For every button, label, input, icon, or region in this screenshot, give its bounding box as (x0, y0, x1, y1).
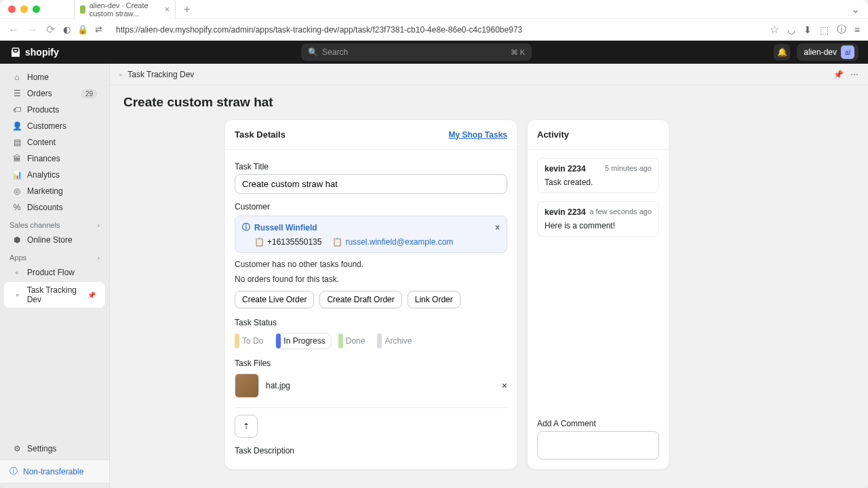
reload-button[interactable]: ⟳ (46, 23, 55, 36)
clipboard-icon[interactable]: 📋 (254, 237, 264, 247)
card-title: Activity (537, 129, 569, 140)
activity-time: 5 minutes ago (605, 164, 652, 174)
shield-icon[interactable]: ◐ (63, 24, 71, 35)
back-button[interactable]: ← (8, 24, 19, 36)
customer-card: ⓘ Russell Winfield × 📋+16135550135 📋russ… (235, 216, 507, 253)
sidebar-item-products[interactable]: 🏷Products (3, 102, 106, 118)
sidebar: ⌂Home ☰Orders29 🏷Products 👤Customers ▤Co… (0, 64, 110, 488)
create-live-order-button[interactable]: Create Live Order (235, 291, 314, 308)
status-archive[interactable]: Archive (377, 333, 417, 349)
activity-user: kevin 2234 (545, 164, 586, 174)
breadcrumb-app[interactable]: Task Tracking Dev (127, 70, 194, 79)
file-thumbnail[interactable] (235, 373, 259, 398)
shopify-bag-icon (9, 46, 22, 58)
non-transferable-notice[interactable]: ⓘNon-transferable (0, 460, 109, 483)
store-menu[interactable]: alien-dev al (797, 43, 859, 61)
status-todo[interactable]: To Do (235, 333, 269, 349)
target-icon: ◎ (12, 186, 22, 196)
url-field[interactable]: https://alien-dev.myshopify.com/admin/ap… (111, 25, 762, 35)
card-title: Task Details (235, 129, 285, 140)
info-icon: ⓘ (242, 222, 250, 233)
add-comment-label: Add A Comment (537, 419, 659, 428)
search-icon: 🔍 (308, 47, 318, 57)
customer-email[interactable]: russel.winfield@example.com (345, 237, 453, 247)
app-icon: ▫ (12, 268, 22, 277)
activity-item: kevin 22345 minutes ago Task created. (537, 158, 659, 193)
bell-icon: 🔔 (777, 47, 787, 57)
extensions-icon[interactable]: ⬚ (820, 24, 829, 35)
sidebar-item-settings[interactable]: ⚙Settings (3, 441, 106, 457)
account-icon[interactable]: ⓘ (837, 24, 846, 36)
sidebar-item-home[interactable]: ⌂Home (3, 69, 106, 85)
downloads-icon[interactable]: ⬇ (804, 24, 812, 35)
avatar: al (841, 45, 854, 59)
permissions-icon[interactable]: ⇄ (95, 24, 102, 35)
chevron-right-icon: › (98, 254, 100, 262)
upload-file-button[interactable]: ⇡ (235, 415, 258, 438)
breadcrumb: ▫ Task Tracking Dev 📌 ⋯ (110, 64, 868, 85)
status-done[interactable]: Done (338, 333, 371, 349)
sidebar-item-product-flow[interactable]: ▫Product Flow (3, 264, 106, 281)
no-other-tasks-text: Customer has no other tasks found. (235, 260, 507, 269)
person-icon: 👤 (12, 121, 22, 131)
forward-button[interactable]: → (27, 24, 38, 36)
lock-icon[interactable]: 🔒 (77, 24, 88, 35)
orders-icon: ☰ (12, 89, 22, 98)
task-details-card: Task Details My Shop Tasks Task Title Cu… (224, 119, 517, 470)
info-icon: ⓘ (9, 466, 18, 477)
menu-icon[interactable]: ≡ (854, 24, 860, 35)
minimize-window-icon[interactable] (20, 5, 28, 13)
sidebar-item-orders[interactable]: ☰Orders29 (3, 85, 106, 102)
more-icon[interactable]: ⋯ (850, 70, 859, 79)
sidebar-item-marketing[interactable]: ◎Marketing (3, 183, 106, 199)
orders-badge: 29 (81, 89, 97, 98)
activity-text: Task created. (545, 178, 652, 187)
browser-tab[interactable]: alien-dev · Create custom straw... × (74, 0, 176, 20)
new-tab-button[interactable]: + (181, 3, 193, 16)
activity-time: a few seconds ago (589, 207, 652, 217)
maximize-window-icon[interactable] (33, 5, 40, 13)
sidebar-item-analytics[interactable]: 📊Analytics (3, 167, 106, 183)
link-order-button[interactable]: Link Order (408, 291, 460, 308)
brand-text: shopify (25, 47, 59, 58)
no-orders-text: No orders found for this task. (235, 274, 507, 284)
pin-icon[interactable]: 📌 (87, 291, 96, 299)
search-kbd-hint: ⌘ K (511, 48, 525, 57)
sidebar-item-finances[interactable]: 🏛Finances (3, 150, 106, 167)
comment-input[interactable] (537, 431, 659, 460)
tab-title: alien-dev · Create custom straw... (90, 1, 161, 18)
gear-icon: ⚙ (12, 444, 22, 453)
tab-overview-icon[interactable]: ⌄ (851, 3, 860, 16)
sidebar-heading-channels[interactable]: Sales channels› (0, 216, 109, 232)
sidebar-item-content[interactable]: ▤Content (3, 134, 106, 150)
pin-icon[interactable]: 📌 (833, 70, 844, 79)
task-files-label: Task Files (235, 359, 507, 368)
content-icon: ▤ (12, 138, 22, 147)
create-draft-order-button[interactable]: Create Draft Order (319, 291, 401, 308)
tag-icon: 🏷 (12, 105, 22, 115)
customer-name[interactable]: Russell Winfield (254, 223, 317, 232)
sidebar-item-discounts[interactable]: %Discounts (3, 199, 106, 216)
sidebar-item-task-tracking-dev[interactable]: ▫Task Tracking Dev📌 (4, 282, 105, 308)
tab-close-icon[interactable]: × (165, 5, 170, 14)
task-title-input[interactable] (235, 174, 507, 194)
browser-toolbar: ← → ⟳ ◐ 🔒 ⇄ https://alien-dev.myshopify.… (0, 19, 868, 41)
close-window-icon[interactable] (8, 5, 16, 13)
sidebar-heading-apps[interactable]: Apps› (0, 248, 109, 264)
chart-icon: 📊 (12, 170, 22, 180)
bookmark-star-icon[interactable]: ☆ (770, 23, 779, 36)
my-shop-tasks-link[interactable]: My Shop Tasks (449, 130, 507, 140)
clipboard-icon[interactable]: 📋 (332, 237, 342, 247)
sidebar-item-online-store[interactable]: ⬢Online Store (3, 232, 106, 248)
global-search[interactable]: 🔍 Search ⌘ K (301, 43, 532, 61)
remove-customer-icon[interactable]: × (495, 223, 500, 232)
remove-file-icon[interactable]: × (502, 380, 507, 391)
customer-phone[interactable]: +16135550135 (267, 237, 321, 247)
pocket-icon[interactable]: ◡ (787, 24, 795, 35)
notifications-button[interactable]: 🔔 (774, 44, 790, 60)
sidebar-item-customers[interactable]: 👤Customers (3, 118, 106, 134)
bank-icon: 🏛 (12, 154, 22, 163)
shopify-logo[interactable]: shopify (9, 46, 59, 58)
search-placeholder: Search (322, 47, 348, 57)
status-in-progress[interactable]: In Progress (275, 333, 331, 349)
